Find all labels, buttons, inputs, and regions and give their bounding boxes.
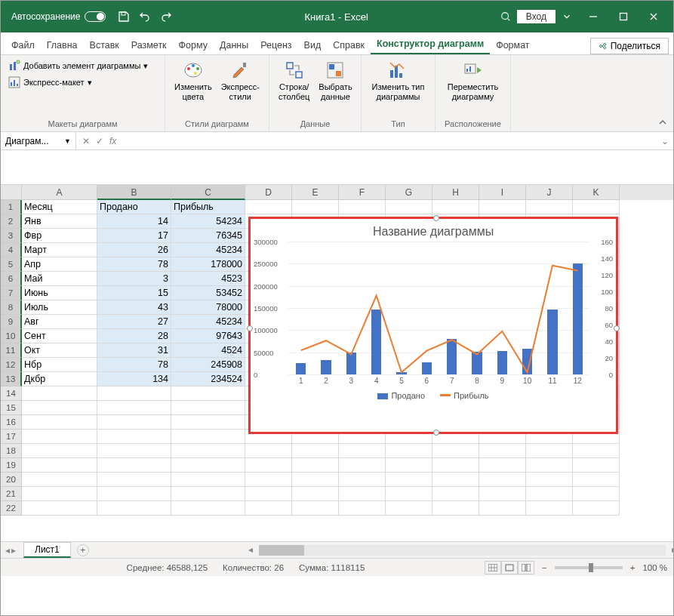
- select-all-corner[interactable]: [1, 185, 22, 200]
- row-header[interactable]: 4: [1, 243, 22, 257]
- cell[interactable]: [292, 487, 339, 501]
- column-header[interactable]: C: [171, 185, 245, 200]
- chart-object[interactable]: Название диаграммы 050000100000150000200…: [248, 217, 618, 434]
- zoom-in-button[interactable]: +: [630, 563, 636, 572]
- cell[interactable]: [22, 401, 97, 415]
- tab-chart-design[interactable]: Конструктор диаграмм: [371, 34, 490, 54]
- cell[interactable]: 45234: [171, 243, 245, 257]
- cell[interactable]: 134: [97, 372, 171, 387]
- tab-layout[interactable]: Разметк: [125, 35, 173, 54]
- cell[interactable]: [22, 487, 97, 501]
- cell[interactable]: [479, 444, 526, 458]
- cell[interactable]: 43: [97, 300, 171, 315]
- cell[interactable]: Янв: [22, 214, 97, 229]
- close-button[interactable]: [639, 6, 669, 27]
- cell[interactable]: [97, 487, 171, 501]
- tab-home[interactable]: Главна: [41, 35, 84, 54]
- cell[interactable]: [171, 458, 245, 473]
- cell[interactable]: [432, 501, 479, 516]
- row-header[interactable]: 3: [1, 229, 22, 243]
- cell[interactable]: [171, 387, 245, 401]
- move-chart-button[interactable]: Переместить диаграмму: [445, 58, 501, 103]
- login-button[interactable]: Вход: [517, 10, 556, 23]
- cell[interactable]: [479, 200, 526, 214]
- zoom-slider[interactable]: [555, 566, 623, 569]
- row-header[interactable]: 7: [1, 286, 22, 300]
- row-header[interactable]: 13: [1, 372, 22, 387]
- cell[interactable]: [97, 458, 171, 473]
- cell[interactable]: [479, 458, 526, 473]
- row-header[interactable]: 11: [1, 343, 22, 358]
- name-box[interactable]: Диаграм... ▼: [1, 132, 76, 149]
- quick-styles-button[interactable]: Экспресс- стили: [218, 58, 263, 103]
- row-header[interactable]: 14: [1, 387, 22, 401]
- cell[interactable]: [245, 473, 292, 487]
- redo-icon[interactable]: [160, 11, 172, 23]
- column-header[interactable]: J: [526, 185, 573, 200]
- row-header[interactable]: 22: [1, 501, 22, 516]
- cell[interactable]: 53452: [171, 286, 245, 300]
- undo-icon[interactable]: [139, 11, 151, 23]
- cell[interactable]: [573, 487, 620, 501]
- cell[interactable]: 45234: [171, 315, 245, 329]
- cell[interactable]: [22, 444, 97, 458]
- cell[interactable]: 14: [97, 214, 171, 229]
- cell[interactable]: [22, 473, 97, 487]
- cell[interactable]: [432, 487, 479, 501]
- cell[interactable]: Май: [22, 272, 97, 286]
- cell[interactable]: [22, 415, 97, 430]
- cell[interactable]: [22, 430, 97, 444]
- tab-review[interactable]: Реценз: [254, 35, 297, 54]
- tab-format[interactable]: Формат: [490, 35, 535, 54]
- cell[interactable]: [573, 200, 620, 214]
- worksheet[interactable]: ABCDEFGHIJK 1234567891011121314151617181…: [1, 185, 673, 541]
- horizontal-scrollbar[interactable]: ◂▸: [259, 545, 666, 556]
- cell[interactable]: 245908: [171, 358, 245, 372]
- row-header[interactable]: 8: [1, 300, 22, 315]
- cell[interactable]: [171, 415, 245, 430]
- fx-icon[interactable]: fx: [109, 136, 116, 146]
- cell[interactable]: 3: [97, 272, 171, 286]
- view-page-break-button[interactable]: [518, 561, 534, 574]
- cell[interactable]: [97, 415, 171, 430]
- cell[interactable]: [479, 487, 526, 501]
- cell[interactable]: Окт: [22, 343, 97, 358]
- minimize-button[interactable]: [578, 6, 608, 27]
- zoom-value[interactable]: 100 %: [642, 563, 667, 572]
- cell[interactable]: Апр: [22, 257, 97, 272]
- sheet-tab[interactable]: Лист1: [23, 542, 71, 558]
- row-header[interactable]: 1: [1, 200, 22, 214]
- cell[interactable]: [245, 458, 292, 473]
- cell[interactable]: [292, 458, 339, 473]
- accept-formula-icon[interactable]: ✓: [96, 136, 103, 146]
- cell[interactable]: [97, 444, 171, 458]
- chart-title[interactable]: Название диаграммы: [251, 219, 616, 242]
- cell[interactable]: 78000: [171, 300, 245, 315]
- add-chart-element-button[interactable]: Добавить элемент диаграммы ▾: [7, 58, 149, 73]
- cell[interactable]: [171, 501, 245, 516]
- tell-me-search[interactable]: [500, 11, 511, 22]
- collapse-ribbon-icon[interactable]: [658, 118, 667, 127]
- cell[interactable]: [386, 487, 432, 501]
- row-header[interactable]: 18: [1, 444, 22, 458]
- cell[interactable]: [97, 501, 171, 516]
- cell[interactable]: [292, 444, 339, 458]
- cell[interactable]: [339, 473, 386, 487]
- row-header[interactable]: 6: [1, 272, 22, 286]
- cell[interactable]: Сент: [22, 329, 97, 343]
- cell[interactable]: 76345: [171, 229, 245, 243]
- row-header[interactable]: 17: [1, 430, 22, 444]
- sheet-nav-next-icon[interactable]: ▸: [11, 545, 16, 556]
- row-header[interactable]: 9: [1, 315, 22, 329]
- row-header[interactable]: 2: [1, 214, 22, 229]
- tab-help[interactable]: Справк: [327, 35, 371, 54]
- cell[interactable]: 17: [97, 229, 171, 243]
- autosave-toggle[interactable]: Автосохранение: [11, 11, 106, 22]
- cell[interactable]: Фвр: [22, 229, 97, 243]
- cell[interactable]: [573, 458, 620, 473]
- column-header[interactable]: B: [97, 185, 171, 200]
- cell[interactable]: 31: [97, 343, 171, 358]
- cell[interactable]: 178000: [171, 257, 245, 272]
- cell[interactable]: [386, 458, 432, 473]
- cell[interactable]: [22, 501, 97, 516]
